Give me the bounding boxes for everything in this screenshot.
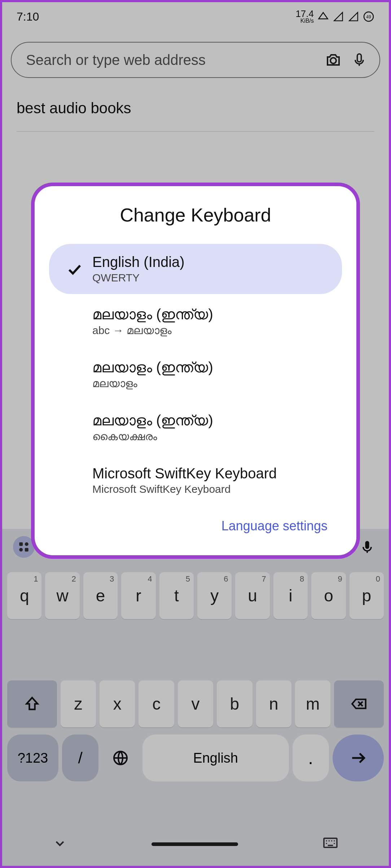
keyboard-option-2[interactable]: മലയാളം (ഇന്ത്യ)മലയാളം [49,349,342,400]
key-super: 5 [186,574,190,584]
keyboard-option-label: Microsoft SwiftKey Keyboard [92,465,331,482]
key-r[interactable]: r4 [121,572,155,619]
svg-rect-6 [19,548,23,552]
backspace-key[interactable] [334,680,384,727]
keyboard-option-label: മലയാളം (ഇന്ത്യ) [92,306,331,323]
keyboard-option-3[interactable]: മലയാളം (ഇന്ത്യ)കൈയക്ഷരം [49,402,342,453]
space-key[interactable]: English [142,735,289,781]
keyboard-option-1[interactable]: മലയാളം (ഇന്ത്യ)abc → മലയാളം [49,296,342,347]
keyboard-option-sub: abc → മലയാളം [92,324,331,337]
search-placeholder: Search or type web address [26,52,317,68]
keyboard-option-sub: QWERTY [92,272,331,284]
key-p[interactable]: p0 [350,572,384,619]
key-e[interactable]: e3 [83,572,118,619]
key-b[interactable]: b [217,680,252,727]
key-z[interactable]: z [61,680,96,727]
period-key[interactable]: . [293,735,329,781]
key-super: 9 [338,574,342,584]
change-keyboard-modal: Change Keyboard English (India)QWERTYമലയ… [31,183,360,559]
svg-rect-4 [19,542,23,546]
check-icon [60,260,89,278]
svg-point-14 [334,840,335,842]
key-super: 6 [224,574,228,584]
nav-bar [2,823,389,866]
globe-key[interactable] [102,735,139,781]
key-super: 7 [262,574,266,584]
key-super: 4 [148,574,152,584]
enter-key[interactable] [333,735,384,781]
wifi-icon [317,11,329,22]
keyboard-option-sub: Microsoft SwiftKey Keyboard [92,483,331,495]
key-x[interactable]: x [100,680,135,727]
key-c[interactable]: c [139,680,174,727]
home-indicator[interactable] [151,842,238,846]
key-t[interactable]: t5 [159,572,194,619]
keyboard-option-label: English (India) [92,254,331,270]
svg-point-12 [329,840,330,842]
key-v[interactable]: v [178,680,213,727]
key-o[interactable]: o9 [311,572,346,619]
key-super: 2 [72,574,76,584]
key-n[interactable]: n [256,680,291,727]
svg-point-2 [330,58,336,63]
address-bar[interactable]: Search or type web address [11,42,380,78]
svg-rect-17 [328,845,333,846]
svg-point-13 [331,840,333,842]
keyboard-option-label: മലയാളം (ഇന്ത്യ) [92,359,331,376]
network-speed: 17.4 KiB/s [295,10,314,23]
language-settings-link[interactable]: Language settings [42,508,349,541]
keyboard-switch-icon[interactable] [322,837,338,851]
key-m[interactable]: m [295,680,330,727]
keyboard-option-sub: മലയാളം [92,377,331,390]
keyboard-option-label: മലയാളം (ഇന്ത്യ) [92,412,331,429]
key-super: 3 [110,574,114,584]
key-q[interactable]: q1 [7,572,41,619]
search-suggestion[interactable]: best audio books [17,100,374,132]
key-w[interactable]: w2 [45,572,79,619]
status-bar: 7:10 17.4 KiB/s 49 [2,2,389,31]
key-y[interactable]: y6 [197,572,232,619]
shift-key[interactable] [7,680,57,727]
keyboard-option-sub: കൈയക്ഷരം [92,430,331,443]
key-i[interactable]: i8 [273,572,308,619]
mic-icon[interactable] [350,51,369,69]
key-super: 1 [34,574,38,584]
status-right: 17.4 KiB/s 49 [295,10,374,23]
collapse-keyboard-icon[interactable] [53,836,67,852]
modal-title: Change Keyboard [42,204,349,226]
svg-point-15 [326,843,327,844]
svg-rect-3 [357,54,361,62]
signal-icon-2 [348,11,359,22]
keyboard-option-4[interactable]: Microsoft SwiftKey KeyboardMicrosoft Swi… [49,455,342,505]
camera-icon[interactable] [324,51,343,69]
key-super: 0 [376,574,380,584]
slash-key[interactable]: / [62,735,98,781]
key-u[interactable]: u7 [235,572,269,619]
battery-icon: 49 [363,11,374,22]
status-time: 7:10 [17,10,39,23]
svg-rect-8 [365,541,369,549]
symbols-key[interactable]: ?123 [7,735,58,781]
svg-point-16 [334,843,335,844]
keyboard-option-0[interactable]: English (India)QWERTY [49,244,342,294]
svg-point-11 [326,840,327,842]
svg-rect-7 [25,548,28,552]
key-super: 8 [300,574,304,584]
signal-icon-1 [333,11,344,22]
keyboard-area: q1w2e3r4t5y6u7i8o9p0 zxcvbnm ?123 / Engl… [2,529,389,866]
svg-rect-5 [25,542,28,546]
svg-text:49: 49 [366,14,371,19]
